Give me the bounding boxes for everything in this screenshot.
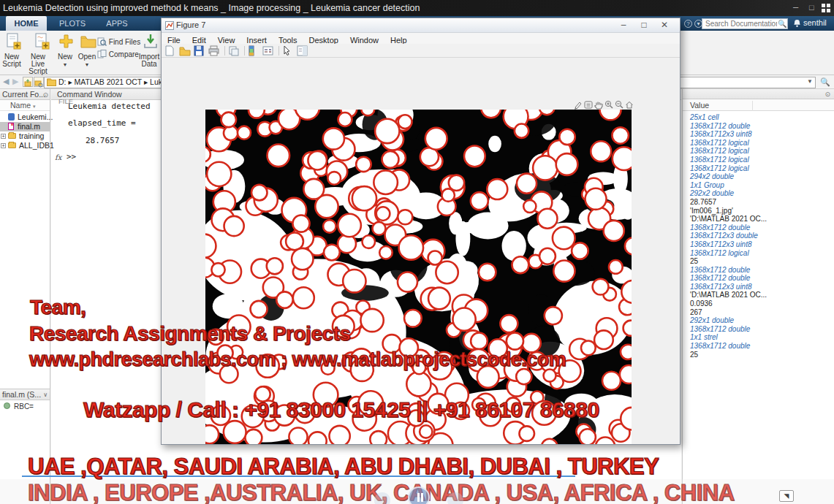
player-prev-button[interactable] (374, 492, 390, 504)
help-icon[interactable]: ? (684, 20, 692, 28)
compare-button[interactable]: Compare (97, 50, 139, 58)
figure-maximize-button[interactable]: □ (637, 19, 651, 31)
insert-legend-icon[interactable] (262, 45, 275, 56)
tab-apps[interactable]: APPS (96, 16, 137, 31)
workspace-value-row[interactable]: 1x1 Group (683, 181, 834, 190)
address-search-icon[interactable]: 🔍 (820, 77, 830, 87)
detected-cells-image[interactable] (205, 110, 632, 444)
figure-titlebar[interactable]: Figure 7 – □ ✕ (162, 18, 680, 33)
figure-close-button[interactable]: ✕ (658, 19, 671, 31)
pause-button[interactable] (408, 486, 430, 504)
command-prompt[interactable]: >> (67, 152, 76, 161)
tab-home[interactable]: HOME (6, 16, 47, 31)
name-column-header[interactable]: Name ▾ (0, 100, 50, 111)
up-folder-icon[interactable] (23, 77, 33, 87)
print-figure-icon[interactable] (208, 45, 221, 56)
open-file-icon[interactable] (179, 45, 192, 56)
workspace-value-row[interactable]: 1368x1712x3 uint8 (683, 283, 834, 291)
brush-icon[interactable] (574, 100, 583, 110)
details-pane-header[interactable]: final.m (S... ∨ (0, 389, 50, 400)
link-plot-icon[interactable] (228, 45, 240, 56)
current-folder-header[interactable]: Current Fo... ⊙ (0, 89, 50, 100)
import-data-label-2: Data (141, 60, 156, 68)
workspace-value-row[interactable]: 25 (683, 351, 834, 359)
workspace-value-row[interactable]: 292x2 double (683, 189, 834, 198)
user-name[interactable]: senthil (803, 18, 827, 27)
workspace-value-row[interactable]: 25x1 cell (683, 113, 834, 122)
breadcrumb[interactable]: D: ▸ MATLAB 2021 OCT ▸ Lukem (58, 77, 173, 86)
workspace-value-row[interactable]: 267 (683, 308, 834, 317)
new-script-button[interactable]: NewScript (1, 33, 22, 68)
workspace-value-row[interactable]: 1368x1712 logical (683, 156, 834, 164)
workspace-value-row[interactable]: 1368x1712 logical (683, 147, 834, 156)
search-icon[interactable]: 🔍 (778, 20, 786, 28)
workspace-value-row[interactable]: 0.0936 (683, 299, 834, 308)
import-data-button[interactable]: ImportData (138, 33, 160, 68)
sort-icon: ▾ (33, 104, 36, 109)
workspace-value-row[interactable]: 1368x1712 logical (683, 139, 834, 148)
workspace-value-row[interactable]: 1368x1712 double (683, 266, 834, 275)
figure-minimize-button[interactable]: – (617, 19, 630, 31)
workspace-value-row[interactable]: 28.7657 (683, 198, 834, 207)
workspace-value-row[interactable]: 'D:\MATLAB 2021 OC... (683, 215, 834, 224)
tab-plots[interactable]: PLOTS (52, 16, 93, 31)
search-documentation-input[interactable] (702, 18, 788, 29)
new-figure-icon[interactable] (164, 45, 177, 56)
address-dropdown-icon[interactable]: ▼ (807, 78, 813, 85)
forward-icon[interactable]: ▶ (12, 77, 18, 86)
new-live-script-button[interactable]: NewLive Script (23, 33, 53, 75)
back-icon[interactable]: ◀ (3, 77, 9, 86)
workspace-value-row[interactable]: 1x1 strel (683, 333, 834, 342)
file-item-final-m[interactable]: final.m (0, 122, 50, 131)
panel-menu-icon[interactable]: ⊙ (824, 89, 830, 99)
workspace-value-row[interactable]: 1368x1712 double (683, 224, 834, 232)
workspace-value-row[interactable]: 1368x1712 logical (683, 164, 834, 173)
save-figure-icon[interactable] (194, 45, 206, 56)
workspace-value-row[interactable]: 25 (683, 257, 834, 266)
home-icon[interactable] (625, 100, 634, 110)
property-inspector-icon[interactable] (297, 45, 309, 56)
workspace-value-row[interactable]: 292x1 double (683, 316, 834, 325)
new-script-label-2: Script (2, 60, 21, 68)
workspace-value-row[interactable]: 1368x1712 double (683, 325, 834, 334)
pan-icon[interactable] (594, 100, 603, 110)
player-next-button[interactable] (447, 492, 463, 504)
edit-plot-icon[interactable] (282, 45, 295, 56)
notification-bell-icon[interactable] (793, 19, 801, 28)
datatip-icon[interactable] (584, 100, 593, 110)
zoom-out-icon[interactable] (615, 100, 623, 110)
promo-line-contact: Watzapp / Call : +91 83000 15425 || +91 … (83, 397, 599, 422)
workspace-value-row[interactable]: 1368x1712x3 uint8 (683, 130, 834, 139)
file-item-leukemi[interactable]: Leukemi... (0, 112, 50, 122)
new-button[interactable]: New▼ (56, 33, 75, 68)
expand-icon[interactable]: ◥ (779, 490, 794, 502)
new-label: New (58, 53, 72, 61)
workspace-value-row[interactable]: 294x2 double (683, 172, 834, 181)
workspace-value-row[interactable]: 'D:\MATLAB 2021 OC... (683, 291, 834, 299)
workspace-header[interactable]: ⊙ (683, 89, 834, 99)
browse-folder-icon[interactable] (34, 77, 44, 87)
grid-view-icon[interactable] (822, 4, 831, 13)
folder-item-training[interactable]: + training (0, 131, 50, 141)
folder-item-all-idb1[interactable]: + ALL_IDB1 (0, 141, 50, 150)
find-files-button[interactable]: Find Files (97, 37, 140, 46)
window-restore-icon[interactable]: □ (809, 0, 814, 16)
workspace-value-row[interactable]: 1368x1712 logical (683, 249, 834, 258)
workspace-value-row[interactable]: 1368x1712x3 uint8 (683, 240, 834, 249)
insert-colorbar-icon[interactable] (248, 45, 260, 56)
workspace-panel: ⊙ Value 25x1 cell1368x1712 double1368x17… (682, 89, 834, 504)
workspace-value-row[interactable]: 1368x1712x3 double (683, 232, 834, 240)
window-minimize-icon[interactable]: – (793, 0, 798, 16)
expand-icon[interactable]: + (1, 143, 6, 148)
expand-icon[interactable]: + (1, 134, 6, 139)
workspace-value-row[interactable]: 1368x1712 double (683, 342, 834, 351)
workspace-value-row[interactable]: 1368x1712 double (683, 274, 834, 283)
workspace-value-row[interactable]: 'Im006_1.jpg' (683, 207, 834, 215)
open-label: Open (78, 53, 96, 61)
open-button[interactable]: Open▼ (76, 33, 98, 68)
collapse-icon[interactable]: ∨ (43, 390, 48, 400)
workspace-value-row[interactable]: 1368x1712 double (683, 122, 834, 131)
value-column-header[interactable]: Value (683, 99, 834, 111)
column-divider[interactable] (752, 101, 753, 111)
zoom-in-icon[interactable] (604, 100, 613, 110)
